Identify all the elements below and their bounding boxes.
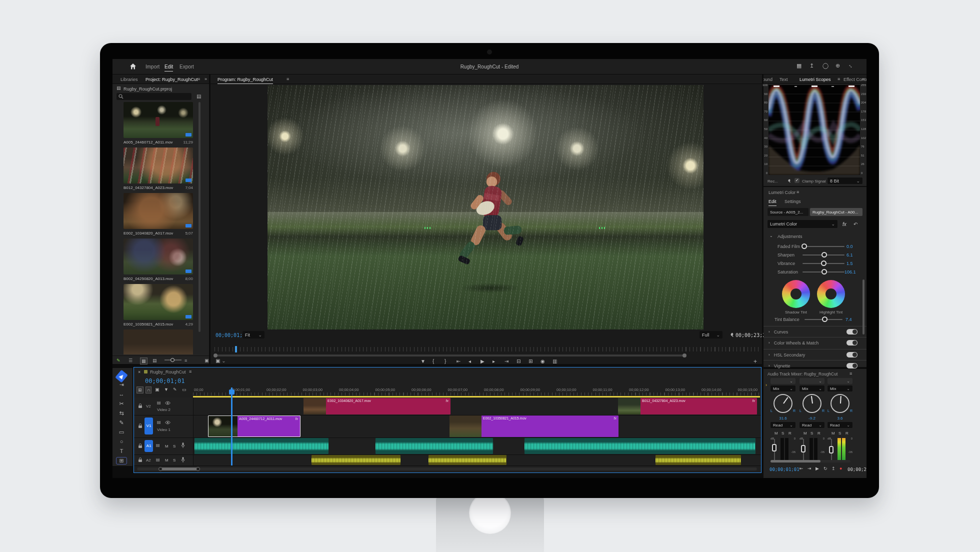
track-target-v2[interactable]: V2 (146, 404, 151, 408)
audio-clip-a1-3[interactable] (524, 438, 756, 454)
settings-wrench-icon[interactable] (728, 332, 734, 338)
color-wheels-toggle[interactable] (846, 340, 858, 346)
panel-menu-icon[interactable]: ≡ (286, 77, 289, 82)
ripple-edit-tool[interactable]: ↔ (116, 391, 126, 397)
tab-sound[interactable]: Sound (764, 77, 772, 82)
saturation-slider[interactable] (802, 272, 844, 272)
export-frame-icon[interactable]: ◉ (540, 358, 545, 364)
add-marker-icon[interactable]: ▼ (420, 358, 426, 364)
sequence-clip-button[interactable]: Rugby_RoughCut - A00... (810, 208, 862, 216)
reset-effect-icon[interactable]: ↶ (854, 222, 858, 227)
record-arm-button[interactable]: R (788, 431, 792, 436)
program-video[interactable] (268, 85, 704, 330)
thumbnail-zoom-slider[interactable] (164, 360, 182, 360)
program-zoom-scrollbar[interactable] (214, 354, 686, 356)
lock-icon[interactable] (138, 444, 142, 448)
vibrance-slider[interactable] (802, 263, 844, 264)
timeline-clip-v1-1[interactable]: A005_24460712_A011.mov fx (208, 416, 300, 437)
step-forward-icon[interactable]: ▸ (492, 358, 495, 364)
pan-knob[interactable] (830, 394, 850, 413)
output-bus-dropdown[interactable]: Mix⌄ (828, 386, 852, 392)
panel-menu-icon[interactable]: ≡ (838, 77, 840, 82)
record-arm-button[interactable]: R (818, 431, 820, 436)
sequence-tab[interactable]: Rugby_RoughCut (150, 370, 186, 374)
icon-view-icon[interactable]: ▦ (140, 358, 147, 364)
solo-button[interactable]: S (782, 431, 784, 436)
audio-clip-a1-2[interactable] (376, 438, 493, 454)
new-bin-icon[interactable]: ▣ (204, 358, 209, 363)
automation-mode-dropdown[interactable]: Read⌄ (828, 422, 852, 428)
timeline-clip-v2-2[interactable]: B012_04327804_A023.mov fx (618, 398, 757, 414)
adjustments-section-label[interactable]: Adjustments (778, 234, 802, 239)
mic-icon[interactable] (181, 457, 185, 463)
clamp-checkbox[interactable]: ✓ (794, 178, 800, 183)
auto-reframe-icon[interactable]: ✎ (116, 358, 120, 363)
source-patch-a1[interactable]: A1 (144, 440, 153, 452)
hand-tool[interactable]: ○ (116, 438, 126, 444)
slider-value[interactable]: 0.0 (846, 244, 853, 249)
tab-text[interactable]: Text (780, 77, 788, 82)
mute-button[interactable]: M (804, 431, 807, 436)
section-color-wheels[interactable]: › Color Wheels & Match (764, 337, 866, 348)
shadow-tint-wheel[interactable] (782, 280, 810, 308)
mute-button[interactable]: M (165, 444, 168, 448)
timeline-ruler[interactable]: 00;0000;00;01;0000;00;02;0000;00;03;0000… (193, 386, 760, 396)
slider-value[interactable]: 1.5 (846, 261, 853, 266)
track-name-v2[interactable]: Video 2 (157, 408, 170, 412)
pen-tool[interactable]: ✎ (116, 420, 126, 426)
track-select-tool[interactable]: ⇥ (116, 382, 126, 388)
mark-out-icon[interactable]: } (444, 358, 446, 364)
mute-button[interactable]: M (165, 458, 168, 462)
mute-button[interactable]: M (832, 431, 835, 436)
workspace-icon[interactable]: ▦ (796, 62, 802, 69)
playback-quality-dropdown[interactable]: Full⌄ (700, 331, 722, 338)
eye-icon[interactable] (165, 420, 170, 424)
nest-icon[interactable]: ⊞ (137, 387, 143, 393)
fader-handle[interactable] (829, 446, 834, 454)
razor-tool[interactable]: ✂ (116, 400, 126, 407)
pan-value[interactable]: -9.2 (800, 416, 824, 420)
lumetri-preset-dropdown[interactable]: Lumetri Color⌄ (768, 220, 838, 228)
timeline-clip-v1-2[interactable]: E002_10350821_A015.mov fx (450, 416, 618, 437)
audio-clip-a2-1[interactable] (312, 455, 400, 465)
export-icon[interactable]: ↥ (832, 466, 836, 471)
output-bus-dropdown[interactable]: Mix⌄ (800, 386, 824, 392)
panel-menu-icon[interactable]: ≡ (198, 77, 200, 82)
mute-button[interactable]: M (774, 431, 778, 436)
solo-button[interactable]: S (173, 444, 176, 448)
lock-icon[interactable] (138, 424, 142, 428)
scope-settings-wrench-icon[interactable] (786, 178, 790, 183)
clip-list-item[interactable]: E002_10350821_A015.mov 4;29 (124, 284, 193, 328)
tab-libraries[interactable]: Libraries (120, 77, 138, 82)
lock-icon[interactable] (138, 458, 142, 462)
vignette-toggle[interactable] (846, 363, 858, 368)
clip-list-item[interactable]: A005_24460712_A011.mov 11;29 (124, 102, 193, 146)
faded-film-slider[interactable] (802, 246, 844, 247)
source-patch-v1[interactable]: V1 (144, 418, 153, 434)
close-tab-icon[interactable]: × (138, 370, 140, 374)
sort-icon[interactable]: ≡ (184, 358, 187, 363)
audio-clip-a2-3[interactable] (656, 455, 741, 465)
quick-export-icon[interactable]: ⊕ (836, 62, 840, 69)
timeline-timecode[interactable]: 00;00;01;01 (145, 378, 184, 384)
fader-handle[interactable] (801, 445, 806, 452)
timeline-playhead-head[interactable] (229, 390, 234, 394)
zoom-level-dropdown[interactable]: Fit⌄ (242, 331, 264, 338)
pan-knob[interactable] (774, 394, 792, 413)
tab-program[interactable]: Program: Rugby_RoughCut (218, 77, 273, 84)
more-tabs-icon[interactable]: » (204, 77, 207, 82)
clip-list-item[interactable]: B002_04250820_A013.mov 8;00 (124, 238, 193, 282)
mark-in-icon[interactable]: { (432, 358, 434, 364)
slider-value[interactable]: 6.1 (846, 252, 853, 258)
solo-button[interactable]: S (173, 458, 176, 462)
safe-margins-icon[interactable]: ▣ ⌄ (216, 358, 226, 364)
tint-balance-slider[interactable] (804, 319, 842, 320)
section-hsl-secondary[interactable]: › HSL Secondary (764, 349, 866, 360)
panel-menu-icon[interactable]: ≡ (796, 190, 799, 194)
project-breadcrumb[interactable]: Rugby_RoughCut.prproj (124, 86, 172, 92)
play-icon[interactable]: ▶ (816, 466, 819, 471)
step-back-icon[interactable]: ◂ (468, 358, 471, 364)
lumetri-tab-settings[interactable]: Settings (784, 199, 801, 204)
list-view-icon[interactable]: ☰ (128, 358, 132, 363)
eye-icon[interactable] (165, 401, 170, 405)
